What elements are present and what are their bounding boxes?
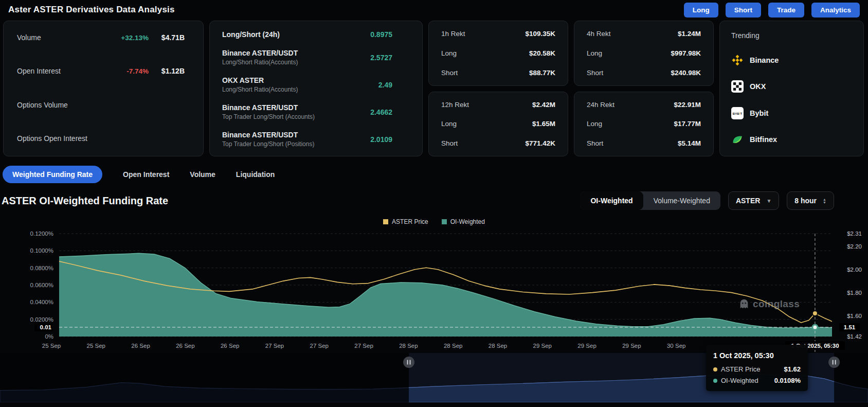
interval-select-value: 8 hour: [794, 197, 817, 205]
stat-change: -7.74%: [107, 67, 149, 75]
exchange-name: Bybit: [750, 109, 768, 117]
x-axis-label: 26 Sep: [131, 343, 150, 349]
y-axis-left-label: 0.0800%: [30, 265, 53, 271]
y-axis-right-label: $2.00: [847, 267, 862, 273]
rekt-short-value: $240.98K: [671, 69, 701, 77]
ratio-value: 2.5727: [370, 54, 392, 62]
rekt-total: $1.24M: [678, 30, 701, 38]
okx-icon: [731, 80, 744, 93]
x-axis-label: 26 Sep: [221, 343, 239, 349]
tab-volume[interactable]: Volume: [190, 170, 215, 179]
stat-label: Volume: [17, 33, 107, 42]
short-button[interactable]: Short: [726, 3, 761, 17]
rekt-long-label: Long: [441, 120, 457, 128]
main-plot[interactable]: 0.1200%0.1000%0.0800%0.0600%0.0400%0.020…: [0, 227, 868, 353]
rekt-long-label: Long: [441, 49, 457, 57]
interval-select[interactable]: 8 hour ▲▼: [787, 191, 834, 210]
trending-item-bybit[interactable]: BYB!T Bybit: [731, 107, 852, 119]
trade-button[interactable]: Trade: [768, 3, 804, 17]
x-axis-label: 29 Sep: [577, 343, 596, 349]
trending-item-binance[interactable]: Binance: [731, 54, 852, 66]
rekt-long-value: $20.58K: [529, 49, 555, 57]
up-down-chevrons-icon: ▲▼: [823, 198, 826, 204]
ratio-title: Long/Short (24h): [222, 30, 370, 39]
rekt-total: $109.35K: [525, 30, 555, 38]
ratio-row: Binance ASTER/USDT Top Trader Long/Short…: [222, 103, 392, 120]
toggle-oi-weighted[interactable]: OI-Weighted: [580, 191, 643, 210]
tooltip-row: ASTER Price $1.62: [713, 365, 801, 373]
market-overview-card: Volume +32.13% $4.71B Open Interest -7.7…: [3, 21, 204, 156]
trending-item-okx[interactable]: OKX: [731, 80, 852, 93]
rekt-short-value: $88.77K: [529, 69, 555, 77]
ratio-row: Long/Short (24h) 0.8975: [222, 30, 392, 39]
ratio-value: 0.8975: [370, 30, 392, 39]
chart-tooltip: 1 Oct 2025, 05:30 ASTER Price $1.62 OI-W…: [706, 345, 808, 391]
stat-row-options-open-interest: Options Open Interest: [17, 134, 185, 143]
tab-open-interest[interactable]: Open Interest: [123, 170, 169, 179]
tooltip-label: ASTER Price: [721, 365, 784, 373]
stat-row-options-volume: Options Volume: [17, 101, 185, 109]
analytics-button[interactable]: Analytics: [811, 3, 860, 17]
y-axis-right-label: $1.80: [847, 290, 862, 296]
chart-controls: OI-Weighted Volume-Weighted ASTER ▼ 8 ho…: [580, 191, 834, 210]
stat-label: Open Interest: [17, 67, 107, 75]
y-axis-left-label: 0%: [45, 333, 53, 340]
rekt-card-12h: 12h Rekt$2.42M Long$1.65M Short$771.42K: [428, 92, 568, 157]
tab-liquidation[interactable]: Liquidation: [236, 170, 275, 179]
x-axis-label: 27 Sep: [265, 343, 284, 349]
y-axis-left-label: 0.1200%: [30, 231, 53, 237]
chart-section-header: ASTER OI-Weighted Funding Rate OI-Weight…: [0, 183, 868, 210]
legend-item-oi-weighted[interactable]: OI-Weighted: [442, 218, 485, 225]
long-short-ratios-card: Long/Short (24h) 0.8975 Binance ASTER/US…: [209, 21, 423, 156]
legend-item-price[interactable]: ASTER Price: [383, 218, 428, 225]
y-axis-left-label: 0.0200%: [30, 316, 53, 323]
right-crosshair-badge-text: 1.51: [844, 324, 856, 330]
tab-weighted-funding-rate[interactable]: Weighted Funding Rate: [3, 166, 102, 183]
y-axis-right-label: $1.60: [847, 313, 862, 319]
ratio-value: 2.0109: [370, 135, 392, 144]
navigator-handle-right[interactable]: [828, 357, 840, 368]
long-button[interactable]: Long: [684, 3, 718, 17]
rekt-period: 1h Rekt: [441, 30, 465, 38]
trending-title: Trending: [731, 31, 852, 40]
x-axis-label: 28 Sep: [444, 343, 462, 349]
x-axis-label: 25 Sep: [87, 343, 105, 349]
rekt-card-24h: 24h Rekt$22.91M Long$17.77M Short$5.14M: [574, 92, 714, 157]
rekt-short-label: Short: [587, 69, 603, 77]
tooltip-date: 1 Oct 2025, 05:30: [713, 351, 801, 360]
trending-item-bitfinex[interactable]: Bitfinex: [731, 133, 852, 146]
rekt-short-label: Short: [441, 69, 458, 77]
ratio-subtitle: Long/Short Ratio(Accounts): [222, 86, 378, 93]
rekt-long-value: $997.98K: [671, 49, 701, 57]
ratio-title: Binance ASTER/USDT: [222, 131, 370, 139]
stat-value: $4.71B: [149, 33, 185, 42]
x-axis-label: 26 Sep: [176, 343, 194, 349]
stats-cards-row: Volume +32.13% $4.71B Open Interest -7.7…: [0, 19, 868, 156]
rekt-total: $22.91M: [674, 101, 701, 109]
rekt-short-value: $5.14M: [678, 139, 701, 147]
stat-label: Options Volume: [17, 101, 107, 109]
legend-label: OI-Weighted: [450, 218, 485, 225]
stat-change: +32.13%: [107, 34, 149, 42]
navigator-handle-left[interactable]: [403, 357, 414, 368]
rekt-column-1: 1h Rekt$109.35K Long$20.58K Short$88.77K…: [428, 21, 568, 156]
chart-legend: ASTER Price OI-Weighted: [0, 216, 868, 227]
exchange-name: Bitfinex: [750, 135, 777, 144]
rekt-short-label: Short: [587, 139, 603, 147]
symbol-select[interactable]: ASTER ▼: [728, 191, 779, 210]
chart-title: ASTER OI-Weighted Funding Rate: [2, 195, 168, 207]
oi-marker-dot: [812, 325, 818, 330]
exchange-name: Binance: [750, 56, 779, 64]
y-axis-left-label: 0.0400%: [30, 299, 53, 305]
chart-tabs: Weighted Funding Rate Open Interest Volu…: [0, 156, 868, 183]
ratio-row: Binance ASTER/USDT Long/Short Ratio(Acco…: [222, 49, 392, 66]
tooltip-row: OI-Weighted 0.0108%: [713, 377, 801, 384]
stat-value: $1.12B: [149, 67, 185, 75]
toggle-volume-weighted[interactable]: Volume-Weighted: [643, 191, 720, 210]
rekt-card-4h: 4h Rekt$1.24M Long$997.98K Short$240.98K: [574, 21, 714, 86]
tooltip-value: 0.0108%: [774, 377, 801, 384]
rekt-long-value: $1.65M: [532, 120, 555, 128]
y-axis-right-label: $2.31: [847, 231, 862, 237]
stat-row-open-interest: Open Interest -7.74% $1.12B: [17, 67, 185, 75]
x-axis-label: 27 Sep: [310, 343, 329, 349]
